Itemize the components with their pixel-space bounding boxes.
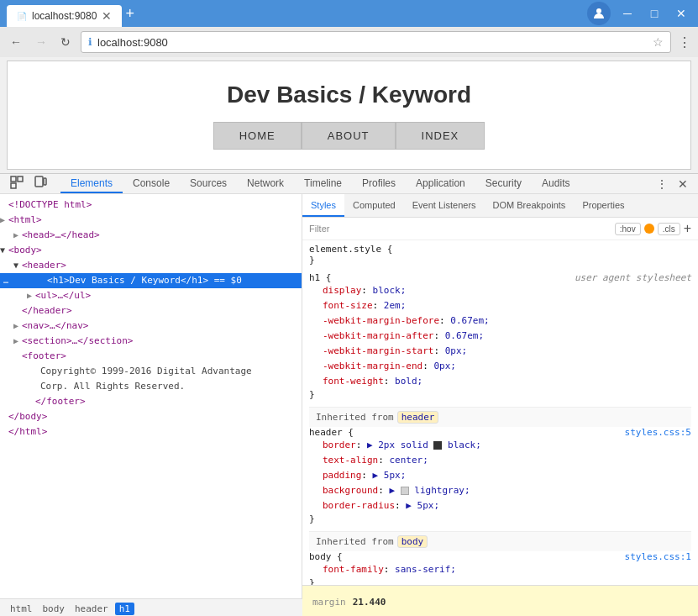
forward-button[interactable]: → <box>32 32 50 52</box>
devtools: Elements Console Sources Network Timelin… <box>0 173 698 585</box>
dom-footer-close[interactable]: </footer> <box>0 394 302 409</box>
dom-html-close[interactable]: </html> <box>0 424 302 440</box>
dom-section[interactable]: ▶ <section>…</section> <box>0 334 302 349</box>
url-bar[interactable]: ℹ localhost:9080 ☆ <box>81 31 671 53</box>
devtools-container: <!DOCTYPE html> ▶ <html> ▶ <head>…</head… <box>0 194 698 616</box>
breadcrumb-h1[interactable]: h1 <box>115 603 134 615</box>
devtools-toolbar: Elements Console Sources Network Timelin… <box>0 174 698 194</box>
styles-tab-event-listeners[interactable]: Event Listeners <box>404 194 485 217</box>
index-link[interactable]: INDEX <box>396 122 485 150</box>
dom-header[interactable]: ▼ <header> <box>0 258 302 273</box>
dom-h1[interactable]: … <h1>Dev Basics / Keyword</h1> == $0 <box>0 273 302 288</box>
dom-html[interactable]: ▶ <html> <box>0 213 302 228</box>
styles-tab-styles[interactable]: Styles <box>302 194 344 217</box>
css-prop-font-size: font-size: 2em; <box>309 298 691 313</box>
inherited-tag-body[interactable]: body <box>397 535 428 548</box>
filter-actions: :hov .cls + <box>615 221 691 236</box>
dom-ul[interactable]: ▶ <ul>…</ul> <box>0 288 302 303</box>
css-prop-border: border: ▶ 2px solid black; <box>309 438 691 453</box>
minimize-button[interactable]: ─ <box>617 3 638 24</box>
dom-panel: <!DOCTYPE html> ▶ <html> ▶ <head>…</head… <box>0 194 302 598</box>
css-link-styles1[interactable]: styles.css:1 <box>625 551 691 562</box>
close-button[interactable]: ✕ <box>671 3 691 24</box>
tab-audits[interactable]: Audits <box>532 174 580 193</box>
css-link-styles5[interactable]: styles.css:5 <box>625 427 691 438</box>
browser-tab[interactable]: 📄 localhost:9080 ✕ <box>7 5 122 27</box>
tab-profiles[interactable]: Profiles <box>352 174 406 193</box>
dom-head[interactable]: ▶ <head>…</head> <box>0 228 302 243</box>
filter-input[interactable] <box>336 224 607 234</box>
styles-tab-properties[interactable]: Properties <box>574 194 632 217</box>
cls-button[interactable]: .cls <box>658 223 680 235</box>
css-selector-header: header { styles.css:5 <box>309 427 691 438</box>
page-heading: Dev Basics / Keyword <box>227 82 471 108</box>
webpage-nav: HOME ABOUT INDEX <box>213 122 485 150</box>
css-prop-margin-after: -webkit-margin-after: 0.67em; <box>309 329 691 344</box>
webpage-content: Dev Basics / Keyword HOME ABOUT INDEX <box>7 61 691 170</box>
dom-arrow-html: ▶ <box>0 213 8 227</box>
css-rules-content: element.style { } h1 { user agent styles… <box>302 240 698 598</box>
css-closing-h1: } <box>309 389 691 400</box>
dom-arrow-hclose <box>13 304 22 318</box>
new-tab-button[interactable]: + <box>125 5 134 23</box>
styles-panel: Styles Computed Event Listeners DOM Brea… <box>302 194 698 598</box>
css-rule-h1: h1 { user agent stylesheet display: bloc… <box>309 272 691 400</box>
refresh-button[interactable]: ↻ <box>57 32 74 52</box>
breadcrumb-body[interactable]: body <box>39 603 69 614</box>
device-icon-btn[interactable] <box>30 174 50 193</box>
styles-filter-bar: Filter :hov .cls + <box>302 218 698 240</box>
dom-arrow-section: ▶ <box>13 334 22 348</box>
breadcrumb-header[interactable]: header <box>71 603 112 614</box>
info-icon: ℹ <box>88 36 92 48</box>
home-link[interactable]: HOME <box>213 122 302 150</box>
tab-network[interactable]: Network <box>237 174 294 193</box>
dom-copyright1: Copyright© 1999-2016 Digital Advantage <box>0 364 302 379</box>
css-rule-header: header { styles.css:5 border: ▶ 2px soli… <box>309 427 691 524</box>
hov-button[interactable]: :hov <box>615 223 641 235</box>
css-prop-text-align: text-align: center; <box>309 453 691 468</box>
inspect-icon-btn[interactable] <box>7 174 27 193</box>
breadcrumb-html[interactable]: html <box>7 603 36 614</box>
tab-close-btn[interactable]: ✕ <box>102 9 112 23</box>
css-rule-element-style: element.style { } <box>309 244 691 266</box>
devtools-more-btn[interactable]: ⋮ <box>653 176 671 192</box>
dom-nav[interactable]: ▶ <nav>…</nav> <box>0 319 302 334</box>
back-button[interactable]: ← <box>7 32 25 52</box>
inherited-tag-header[interactable]: header <box>397 411 439 424</box>
tab-elements[interactable]: Elements <box>60 174 123 193</box>
tab-security[interactable]: Security <box>475 174 532 193</box>
browser-menu-button[interactable]: ⋮ <box>678 34 691 50</box>
svg-rect-5 <box>44 178 46 185</box>
tab-sources[interactable]: Sources <box>180 174 237 193</box>
dom-footer[interactable]: <footer> <box>0 349 302 364</box>
css-selector-body: body { styles.css:1 <box>309 551 691 562</box>
dom-doctype[interactable]: <!DOCTYPE html> <box>0 197 302 213</box>
profile-button[interactable] <box>587 2 611 25</box>
filter-label: Filter <box>309 224 329 234</box>
margin-label: margin <box>312 597 346 608</box>
tab-timeline[interactable]: Timeline <box>294 174 352 193</box>
box-model-bar: margin 21.440 <box>302 585 698 616</box>
dom-body-close[interactable]: </body> <box>0 409 302 424</box>
styles-tab-dom-breakpoints[interactable]: DOM Breakpoints <box>485 194 575 217</box>
dom-arrow-body: ▼ <box>0 244 8 257</box>
css-closing-element: } <box>309 255 691 266</box>
css-prop-border-radius: border-radius: ▶ 5px; <box>309 498 691 513</box>
dom-bullet: … <box>3 274 8 287</box>
maximize-button[interactable]: □ <box>644 3 664 24</box>
dom-arrow-header: ▼ <box>13 259 22 272</box>
devtools-close-btn[interactable]: ✕ <box>674 176 691 192</box>
dom-header-close[interactable]: </header> <box>0 303 302 319</box>
styles-tab-computed[interactable]: Computed <box>344 194 404 217</box>
dom-arrow <box>0 198 8 212</box>
css-prop-display: display: block; <box>309 283 691 298</box>
dom-arrow-h1 <box>39 274 47 287</box>
dom-arrow-bclose <box>0 410 8 424</box>
tab-application[interactable]: Application <box>406 174 475 193</box>
tab-console[interactable]: Console <box>123 174 180 193</box>
add-rule-button[interactable]: + <box>684 221 691 236</box>
bookmark-button[interactable]: ☆ <box>653 35 664 49</box>
dom-body[interactable]: ▼ <body> <box>0 243 302 258</box>
about-link[interactable]: ABOUT <box>302 122 396 150</box>
dot-indicator <box>644 224 654 234</box>
